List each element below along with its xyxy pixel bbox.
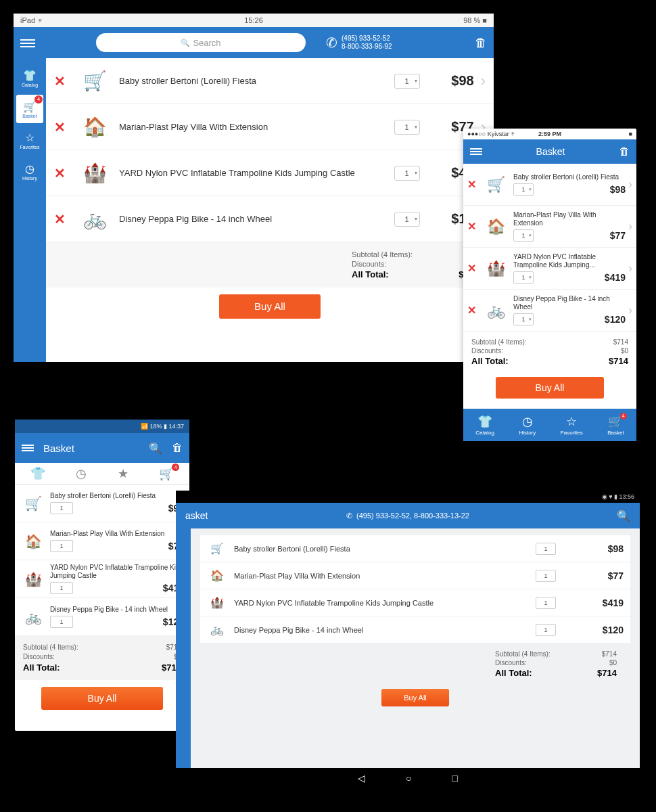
qty-input[interactable]: 1: [536, 597, 556, 609]
basket-row[interactable]: ✕ 🏠 Marian-Plast Play Villa With Extensi…: [46, 104, 494, 150]
device-android-tablet: ◉ ♥ ▮ 13:56 asket ✆(495) 933-52-52, 8-80…: [176, 491, 640, 788]
product-thumb: 🚲: [20, 604, 46, 630]
remove-icon[interactable]: ✕: [467, 262, 478, 275]
tab-history[interactable]: ◷: [76, 466, 87, 481]
qty-input[interactable]: 1: [50, 582, 73, 594]
device-ipad: iPad ᯤ 15:26 98 % ■ Search ✆ (495) 933-5…: [14, 14, 494, 362]
search-icon[interactable]: 🔍: [149, 442, 162, 455]
basket-row[interactable]: 🏠 Marian-Plast Play Villa With Extension…: [200, 562, 630, 589]
product-name: Marian-Plast Play Villa With Extension: [50, 530, 184, 538]
product-name: Disney Peppa Pig Bike - 14 inch Wheel: [513, 295, 626, 311]
subtotal-label: Subtotal (4 Items):: [352, 250, 433, 258]
basket-row[interactable]: 🛒 Baby stroller Bertoni (Lorelli) Fiesta…: [15, 484, 189, 522]
basket-row[interactable]: ✕ 🚲 Disney Peppa Pig Bike - 14 inch Whee…: [463, 290, 636, 332]
remove-icon[interactable]: ✕: [54, 119, 70, 135]
basket-row[interactable]: 🚲 Disney Peppa Pig Bike - 14 inch Wheel …: [200, 616, 630, 644]
qty-select[interactable]: 1: [394, 166, 420, 181]
tab-history[interactable]: ◷History: [519, 414, 536, 436]
basket-row[interactable]: ✕ 🛒 Baby stroller Bertoni (Lorelli) Fies…: [46, 58, 494, 104]
star-icon: ☆: [566, 414, 577, 429]
tab-favorites[interactable]: ★: [118, 466, 128, 481]
trash-icon[interactable]: 🗑: [619, 145, 630, 158]
basket-row[interactable]: ✕ 🏠 Marian-Plast Play Villa With Extensi…: [463, 206, 636, 248]
qty-input[interactable]: 1: [536, 570, 556, 582]
remove-icon[interactable]: ✕: [54, 73, 70, 89]
search-icon[interactable]: 🔍: [617, 510, 630, 522]
app-header: Basket 🗑: [463, 139, 636, 164]
qty-input[interactable]: 1: [536, 543, 556, 555]
total-label: All Total:: [352, 269, 433, 279]
discounts-label: Discounts:: [495, 659, 576, 667]
remove-icon[interactable]: ✕: [467, 220, 478, 233]
recents-icon[interactable]: □: [452, 773, 458, 784]
totals-panel: Subtotal (4 Items):$ Discounts: All Tota…: [46, 242, 494, 288]
qty-select[interactable]: 1: [513, 183, 534, 196]
product-thumb: 🏰: [20, 566, 46, 592]
chevron-right-icon[interactable]: ›: [628, 177, 632, 191]
page-title: asket: [185, 510, 208, 521]
tab-basket[interactable]: 🛒Basket4: [607, 414, 624, 436]
basket-row[interactable]: ✕ 🏰 YARD Nylon PVC Inflatable Trampoline…: [46, 150, 494, 196]
qty-input[interactable]: 1: [50, 540, 73, 552]
qty-select[interactable]: 1: [394, 74, 420, 89]
home-icon[interactable]: ○: [406, 773, 411, 784]
basket-row[interactable]: 🚲 Disney Peppa Pig Bike - 14 inch Wheel …: [15, 598, 189, 636]
qty-input[interactable]: 1: [50, 502, 73, 514]
basket-badge: 4: [34, 95, 43, 104]
basket-row[interactable]: 🛒 Baby stroller Bertoni (Lorelli) Fiesta…: [200, 535, 630, 562]
buy-all-button[interactable]: Buy All: [219, 294, 321, 319]
qty-select[interactable]: 1: [513, 271, 534, 284]
trash-icon[interactable]: 🗑: [475, 36, 487, 50]
chevron-right-icon[interactable]: ›: [628, 303, 632, 317]
hamburger-icon[interactable]: [22, 443, 34, 453]
tab-catalog[interactable]: 👕Catalog: [475, 414, 494, 436]
clock-icon: ◷: [25, 162, 34, 175]
qty-select[interactable]: 1: [394, 120, 420, 135]
chevron-right-icon[interactable]: ›: [481, 72, 486, 90]
status-time: 15:26: [244, 16, 263, 24]
basket-row[interactable]: ✕ 🛒 Baby stroller Bertoni (Lorelli) Fies…: [463, 164, 636, 206]
remove-icon[interactable]: ✕: [467, 304, 478, 317]
qty-select[interactable]: 1: [513, 229, 534, 242]
sidebar-favorites[interactable]: ☆Favorites: [16, 126, 43, 154]
remove-icon[interactable]: ✕: [54, 165, 70, 181]
basket-row[interactable]: 🏰 YARD Nylon PVC Inflatable Trampoline K…: [200, 589, 630, 616]
remove-icon[interactable]: ✕: [54, 211, 70, 227]
buy-all-button[interactable]: Buy All: [496, 377, 604, 399]
basket-row[interactable]: 🏠 Marian-Plast Play Villa With Extension…: [15, 522, 189, 560]
trash-icon[interactable]: 🗑: [172, 442, 183, 454]
tab-basket[interactable]: 🛒4: [159, 466, 174, 481]
basket-badge: 4: [172, 464, 179, 471]
tab-catalog[interactable]: 👕: [30, 466, 45, 481]
product-price: $98: [610, 184, 626, 195]
chevron-right-icon[interactable]: ›: [628, 219, 632, 233]
hamburger-icon[interactable]: [20, 37, 35, 48]
sidebar-history[interactable]: ◷History: [16, 157, 43, 185]
product-price: $98: [420, 73, 474, 89]
tab-favorites[interactable]: ☆Favorites: [561, 414, 583, 436]
qty-input[interactable]: 1: [50, 616, 73, 628]
product-name: Marian-Plast Play Villa With Extension: [234, 572, 536, 580]
product-name: Marian-Plast Play Villa With Extension: [119, 122, 394, 132]
sidebar-catalog[interactable]: 👕Catalog: [16, 64, 43, 92]
clock-icon: ◷: [522, 414, 533, 429]
total-label: All Total:: [23, 662, 60, 673]
basket-row[interactable]: 🏰 YARD Nylon PVC Inflatable Trampoline K…: [15, 560, 189, 598]
product-price: $120: [583, 625, 624, 635]
basket-row[interactable]: ✕ 🏰 YARD Nylon PVC Inflatable Trampoline…: [463, 248, 636, 290]
buy-all-button[interactable]: Buy All: [41, 687, 163, 710]
buy-all-button[interactable]: Buy All: [381, 689, 449, 706]
basket-row[interactable]: ✕ 🚲 Disney Peppa Pig Bike - 14 inch Whee…: [46, 196, 494, 242]
sidebar: [176, 528, 191, 768]
search-input[interactable]: Search: [96, 33, 306, 52]
qty-select[interactable]: 1: [513, 313, 534, 325]
back-icon[interactable]: ◁: [358, 773, 365, 784]
qty-input[interactable]: 1: [536, 624, 556, 636]
hamburger-icon[interactable]: [470, 147, 482, 156]
status-carrier: ●●●○○ Kyivstar ᯤ: [467, 131, 517, 137]
qty-select[interactable]: 1: [394, 212, 420, 227]
chevron-right-icon[interactable]: ›: [628, 261, 632, 275]
remove-icon[interactable]: ✕: [467, 178, 478, 191]
sidebar-basket[interactable]: 🛒Basket4: [16, 95, 43, 123]
discounts-label: Discounts:: [471, 347, 503, 355]
